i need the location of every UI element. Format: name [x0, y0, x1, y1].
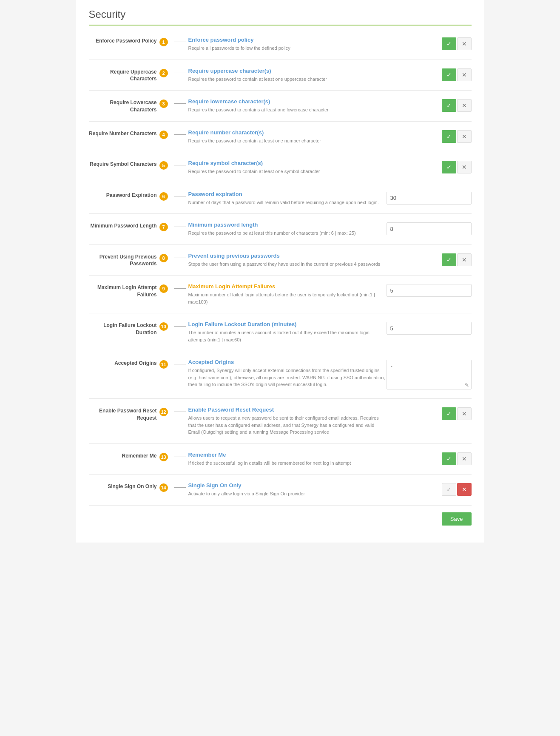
page-wrapper: Security Enforce Password Policy1Enforce… — [76, 0, 484, 543]
setting-title-5: Require symbol character(s) — [188, 160, 387, 166]
input-field-10[interactable] — [387, 322, 472, 335]
btn-group-12: ✓✕ — [442, 407, 472, 420]
connector-6 — [174, 191, 187, 196]
row-control-12: ✓✕ — [387, 406, 472, 420]
connector-4 — [174, 129, 187, 135]
row-content-12: Enable Password Reset RequestAllows user… — [187, 406, 387, 436]
check-button-1[interactable]: ✓ — [442, 37, 456, 50]
textarea-wrapper-11: ✎ — [387, 360, 472, 391]
btn-group-14: ✓✕ — [442, 483, 472, 496]
check-button-14[interactable]: ✓ — [442, 483, 456, 496]
row-control-14: ✓✕ — [387, 482, 472, 496]
connector-1 — [174, 37, 187, 42]
row-label-text-12: Enable Password Reset Request — [89, 407, 157, 422]
setting-desc-1: Require all passwords to follow the defi… — [188, 45, 387, 52]
check-button-13[interactable]: ✓ — [442, 452, 456, 465]
connector-3 — [174, 98, 187, 104]
row-content-3: Require lowercase character(s)Requires t… — [187, 98, 387, 114]
setting-desc-2: Requires the password to contain at leas… — [188, 76, 387, 83]
row-label-text-10: Login Failure Lockout Duration — [89, 322, 157, 336]
row-content-2: Require uppercase character(s)Requires t… — [187, 68, 387, 83]
settings-row-1: Enforce Password Policy1Enforce password… — [89, 29, 472, 60]
badge-3: 3 — [159, 99, 168, 108]
setting-title-7: Minimum password length — [188, 222, 387, 228]
settings-row-6: Password Expiration6Password expirationN… — [89, 183, 472, 214]
settings-container: Enforce Password Policy1Enforce password… — [89, 29, 472, 506]
row-control-2: ✓✕ — [387, 68, 472, 81]
x-button-13[interactable]: ✕ — [457, 452, 472, 465]
connector-12 — [174, 406, 187, 412]
setting-title-6: Password expiration — [188, 191, 387, 197]
badge-2: 2 — [159, 69, 168, 77]
settings-row-13: Remember Me13Remember MeIf ticked the su… — [89, 444, 472, 475]
row-control-1: ✓✕ — [387, 37, 472, 50]
connector-2 — [174, 68, 187, 73]
setting-desc-9: Maximum number of failed login attempts … — [188, 291, 387, 305]
row-label-5: Require Symbol Characters5 — [89, 160, 174, 170]
check-button-2[interactable]: ✓ — [442, 68, 456, 81]
check-button-8[interactable]: ✓ — [442, 253, 456, 266]
row-control-13: ✓✕ — [387, 452, 472, 465]
row-content-11: Accepted OriginsIf configured, Synergy w… — [187, 359, 387, 388]
row-control-3: ✓✕ — [387, 98, 472, 112]
x-button-3[interactable]: ✕ — [457, 99, 472, 112]
row-label-text-14: Single Sign On Only — [108, 483, 156, 490]
footer-row: Save — [89, 506, 472, 526]
settings-row-2: Require Uppercase Characters2Require upp… — [89, 60, 472, 91]
row-control-7 — [387, 222, 472, 235]
check-button-3[interactable]: ✓ — [442, 99, 456, 112]
row-content-1: Enforce password policyRequire all passw… — [187, 37, 387, 52]
row-label-text-5: Require Symbol Characters — [90, 161, 156, 168]
x-button-8[interactable]: ✕ — [457, 253, 472, 266]
row-control-8: ✓✕ — [387, 253, 472, 266]
row-label-text-6: Password Expiration — [106, 192, 157, 199]
badge-6: 6 — [159, 192, 168, 201]
save-button[interactable]: Save — [442, 512, 472, 526]
badge-14: 14 — [159, 483, 168, 492]
textarea-field-11[interactable] — [387, 360, 472, 389]
row-label-4: Require Number Characters4 — [89, 129, 174, 139]
input-field-6[interactable] — [387, 192, 472, 205]
setting-desc-14: Activate to only allow login via a Singl… — [188, 490, 387, 497]
btn-group-3: ✓✕ — [442, 99, 472, 112]
check-button-12[interactable]: ✓ — [442, 407, 456, 420]
check-button-5[interactable]: ✓ — [442, 161, 456, 173]
check-button-4[interactable]: ✓ — [442, 130, 456, 143]
row-label-text-9: Maximum Login Attempt Failures — [89, 284, 157, 298]
row-label-7: Minimum Password Length7 — [89, 222, 174, 231]
row-label-text-11: Accepted Origins — [114, 360, 156, 367]
connector-7 — [174, 222, 187, 227]
badge-9: 9 — [159, 284, 168, 293]
badge-4: 4 — [159, 131, 168, 139]
row-content-14: Single Sign On OnlyActivate to only allo… — [187, 482, 387, 497]
settings-row-5: Require Symbol Characters5Require symbol… — [89, 152, 472, 183]
x-button-14[interactable]: ✕ — [457, 483, 472, 496]
row-control-11: ✎ — [387, 359, 472, 391]
row-control-9 — [387, 283, 472, 297]
setting-title-2: Require uppercase character(s) — [188, 68, 387, 74]
row-control-5: ✓✕ — [387, 160, 472, 173]
x-button-1[interactable]: ✕ — [457, 37, 472, 50]
row-label-text-13: Remember Me — [122, 452, 156, 460]
row-label-13: Remember Me13 — [89, 452, 174, 461]
setting-desc-12: Allows users to request a new password b… — [188, 415, 387, 436]
row-content-5: Require symbol character(s)Requires the … — [187, 160, 387, 175]
setting-title-12: Enable Password Reset Request — [188, 406, 387, 413]
x-button-12[interactable]: ✕ — [457, 407, 472, 420]
row-content-6: Password expirationNumber of days that a… — [187, 191, 387, 206]
x-button-2[interactable]: ✕ — [457, 68, 472, 81]
input-field-9[interactable] — [387, 284, 472, 297]
setting-desc-13: If ticked the successful log in details … — [188, 460, 387, 467]
connector-11 — [174, 359, 187, 364]
settings-row-10: Login Failure Lockout Duration10Login Fa… — [89, 313, 472, 351]
edit-icon-11[interactable]: ✎ — [465, 382, 469, 388]
input-field-7[interactable] — [387, 222, 472, 235]
row-label-text-3: Require Lowercase Characters — [89, 99, 157, 114]
x-button-4[interactable]: ✕ — [457, 130, 472, 143]
settings-row-9: Maximum Login Attempt Failures9Maximum L… — [89, 276, 472, 313]
row-label-1: Enforce Password Policy1 — [89, 37, 174, 46]
btn-group-5: ✓✕ — [442, 161, 472, 173]
x-button-5[interactable]: ✕ — [457, 161, 472, 173]
row-label-text-2: Require Uppercase Characters — [89, 68, 157, 83]
btn-group-4: ✓✕ — [442, 130, 472, 143]
